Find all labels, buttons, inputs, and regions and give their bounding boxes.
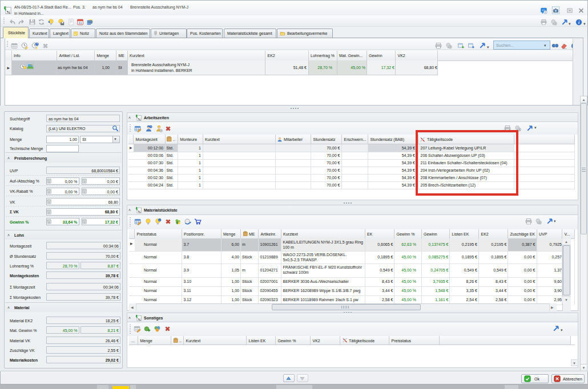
svg-text:31: 31 — [78, 21, 82, 25]
svg-text:?: ? — [36, 43, 38, 46]
